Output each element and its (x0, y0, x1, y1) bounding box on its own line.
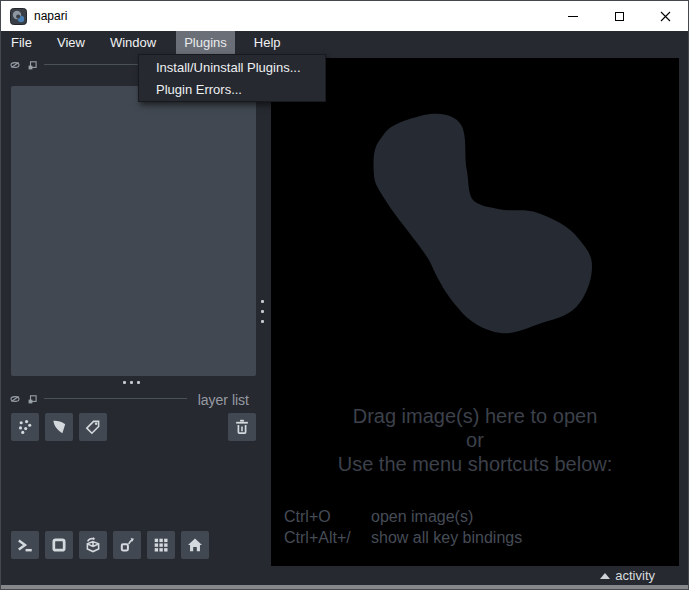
ndisplay-2d-3d-button[interactable] (45, 531, 73, 559)
shortcut-action: show all key bindings (371, 527, 522, 548)
console-icon (16, 536, 34, 554)
home-reset-view-button[interactable] (181, 531, 209, 559)
float-dock-icon[interactable] (28, 61, 37, 70)
grid-view-button[interactable] (147, 531, 175, 559)
shortcut-keys: Ctrl+O (284, 506, 371, 527)
grid-icon (152, 536, 170, 554)
minimize-icon (568, 16, 578, 17)
viewer-canvas[interactable]: Drag image(s) here to open or Use the me… (271, 58, 679, 566)
menu-item-install-uninstall-plugins[interactable]: Install/Uninstall Plugins... (139, 56, 325, 78)
points-icon (16, 418, 34, 436)
roll-dimensions-button[interactable] (79, 531, 107, 559)
hide-dock-icon[interactable] (10, 61, 20, 69)
dock-separator-line (44, 398, 187, 399)
menu-help[interactable]: Help (246, 31, 289, 54)
new-labels-layer-button[interactable] (79, 413, 107, 441)
new-points-layer-button[interactable] (11, 413, 39, 441)
menu-plugins[interactable]: Plugins (176, 31, 235, 54)
close-icon (660, 11, 671, 22)
menu-window[interactable]: Window (102, 31, 164, 54)
menu-file[interactable]: File (3, 31, 40, 54)
close-button[interactable] (642, 1, 688, 31)
minimize-button[interactable] (550, 1, 596, 31)
status-bar: activity (1, 566, 688, 587)
tag-icon (84, 418, 102, 436)
menu-view[interactable]: View (49, 31, 93, 54)
plugins-dropdown-menu: Install/Uninstall Plugins... Plugin Erro… (138, 54, 326, 102)
activity-toggle[interactable]: activity (600, 568, 655, 583)
sample-blob-shape (271, 58, 679, 566)
shortcut-hints: Ctrl+O open image(s) Ctrl+Alt+/ show all… (284, 506, 522, 548)
welcome-line-1: Drag image(s) here to open (271, 404, 679, 428)
trash-icon (233, 418, 251, 436)
shortcut-row-open: Ctrl+O open image(s) (284, 506, 522, 527)
napari-logo-icon (10, 8, 27, 25)
dock-resize-handle[interactable] (123, 381, 140, 384)
menu-item-plugin-errors[interactable]: Plugin Errors... (139, 78, 325, 100)
layer-list-label: layer list (198, 392, 249, 408)
panel-splitter-handle[interactable] (261, 300, 264, 323)
delete-layer-button[interactable] (228, 413, 256, 441)
activity-label: activity (615, 568, 655, 583)
napari-window: napari File View Window Plugins Help (0, 0, 689, 590)
window-title: napari (34, 9, 67, 23)
maximize-icon (615, 12, 624, 21)
transpose-icon (118, 536, 136, 554)
float-dock-icon[interactable] (28, 395, 37, 404)
shortcut-action: open image(s) (371, 506, 473, 527)
shortcut-row-keybindings: Ctrl+Alt+/ show all key bindings (284, 527, 522, 548)
welcome-message: Drag image(s) here to open or Use the me… (271, 404, 679, 476)
welcome-line-2: or (271, 428, 679, 452)
chevron-up-icon (600, 573, 610, 579)
window-resize-edge[interactable] (1, 585, 688, 589)
title-bar[interactable]: napari (1, 1, 688, 31)
hide-dock-icon[interactable] (10, 395, 20, 403)
layer-controls-panel (11, 86, 256, 376)
square-2d-icon (50, 536, 68, 554)
menu-bar: File View Window Plugins Help (1, 31, 688, 54)
console-button[interactable] (11, 531, 39, 559)
home-icon (186, 536, 204, 554)
cube-roll-icon (84, 536, 102, 554)
transpose-dimensions-button[interactable] (113, 531, 141, 559)
shapes-icon (50, 418, 68, 436)
welcome-line-3: Use the menu shortcuts below: (271, 452, 679, 476)
new-shapes-layer-button[interactable] (45, 413, 73, 441)
maximize-button[interactable] (596, 1, 642, 31)
shortcut-keys: Ctrl+Alt+/ (284, 527, 371, 548)
